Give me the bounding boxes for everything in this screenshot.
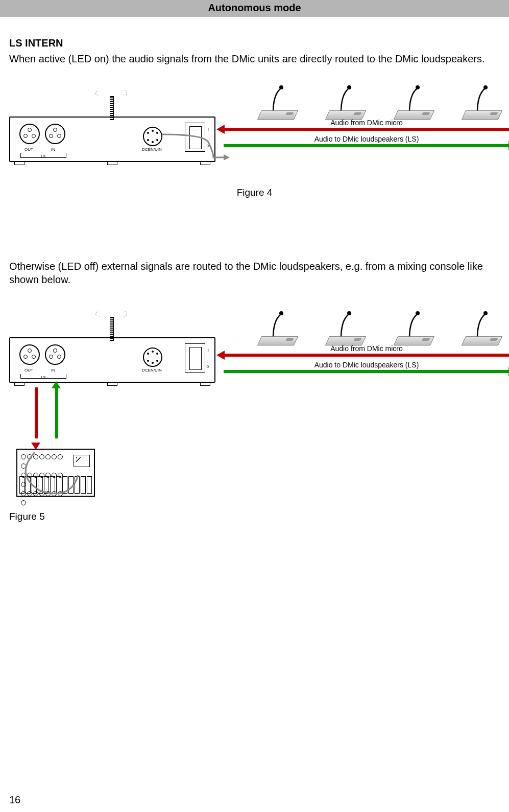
power-switch-icon: I 0 [185, 343, 205, 373]
rack-unit-fig5: OUT IN LS DCEN/UIN I 0 [9, 301, 224, 393]
xlr-in-icon [45, 344, 65, 365]
dmic-unit-icon [254, 307, 300, 347]
label-audio-from-micro: Audio from DMic micro [224, 119, 509, 127]
dmic-unit-icon [458, 81, 504, 122]
svg-point-8 [483, 311, 488, 315]
antenna-icon [99, 301, 124, 340]
switch-off-mark: 0 [207, 364, 209, 369]
label-out: OUT [25, 368, 33, 373]
svg-point-4 [483, 85, 488, 89]
arrow-audio-to-ls: Audio to DMic loudspeakers (LS) [224, 144, 509, 147]
antenna-icon [99, 81, 124, 119]
rack-unit-fig4: OUT IN LS DCEN/UIN I 0 [9, 81, 224, 173]
dmic-units-fig5: Audio from DMic micro Audio to DMic loud… [254, 307, 504, 404]
dmic-unit-icon [254, 81, 300, 122]
label-ls: LS [20, 374, 66, 379]
routing-path-fig4 [9, 117, 224, 178]
svg-point-5 [279, 311, 283, 315]
figure-5: OUT IN LS DCEN/UIN I 0 [9, 301, 500, 506]
section1-body: When active (LED on) the audio signals f… [9, 52, 500, 65]
figure4-caption: Figure 4 [9, 187, 500, 198]
svg-marker-0 [224, 154, 230, 160]
page-number: 16 [9, 794, 20, 806]
xlr-out-icon [19, 344, 40, 365]
svg-point-6 [347, 311, 351, 315]
dmic-unit-icon [322, 307, 368, 347]
label-audio-from-micro: Audio from DMic micro [224, 344, 509, 353]
mixer-cable-icon [9, 445, 111, 506]
figure5-caption: Figure 5 [9, 511, 500, 522]
svg-point-2 [347, 85, 351, 89]
arrow-audio-from-micro: Audio from DMic micro [224, 354, 509, 357]
figure-4: OUT IN LS DCEN/UIN I 0 [9, 81, 500, 183]
vertical-arrows-to-mixer [23, 387, 69, 444]
svg-point-7 [416, 311, 420, 315]
section-title-ls-intern: LS INTERN [9, 37, 500, 49]
dmic-unit-icon [322, 81, 368, 122]
label-audio-to-ls: Audio to DMic loudspeakers (LS) [224, 361, 509, 369]
switch-on-mark: I [208, 348, 209, 353]
svg-point-1 [279, 85, 283, 89]
page-header: Autonomous mode [0, 0, 509, 17]
arrow-audio-to-ls: Audio to DMic loudspeakers (LS) [224, 370, 509, 373]
arrow-audio-from-micro: Audio from DMic micro [224, 128, 509, 131]
svg-point-3 [416, 85, 420, 89]
dmic-units-fig4: Audio from DMic micro Audio to DMic loud… [254, 81, 504, 178]
dmic-unit-icon [391, 81, 437, 122]
label-audio-to-ls: Audio to DMic loudspeakers (LS) [224, 135, 509, 143]
label-dcn: DCEN/UIN [142, 368, 162, 373]
label-in: IN [51, 368, 55, 373]
dmic-unit-icon [458, 307, 504, 347]
section2-body: Otherwise (LED off) external signals are… [9, 260, 500, 286]
dmic-unit-icon [391, 307, 437, 347]
dcn-connector-icon [143, 347, 162, 367]
